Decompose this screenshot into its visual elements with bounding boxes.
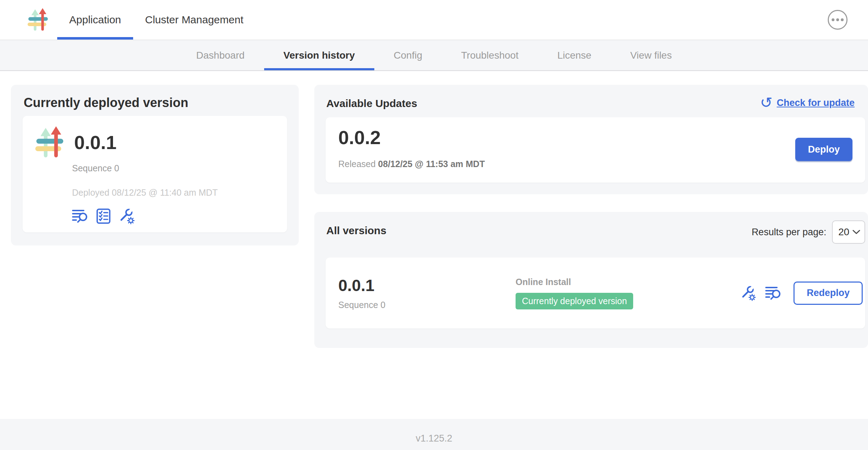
version-row: 0.0.1 Sequence 0 Online Install Currentl…: [326, 257, 865, 328]
all-versions-title: All versions: [326, 225, 386, 237]
app-logo-icon: [28, 7, 50, 32]
released-prefix: Released: [338, 159, 376, 169]
header-tabs: Application Cluster Management: [57, 0, 255, 40]
release-notes-icon[interactable]: [71, 208, 89, 224]
deploy-button[interactable]: Deploy: [795, 138, 852, 161]
deployed-version-number: 0.0.1: [74, 131, 117, 153]
footer: v1.125.2: [0, 419, 868, 450]
tab-license[interactable]: License: [538, 40, 611, 70]
app-logo-icon: [35, 125, 66, 160]
update-version-number: 0.0.2: [338, 126, 381, 148]
available-updates-title: Available Updates: [326, 97, 417, 109]
release-notes-icon[interactable]: [765, 285, 782, 301]
config-icon[interactable]: [740, 285, 756, 301]
update-released-timestamp: Released 08/12/25 @ 11:53 am MDT: [338, 159, 485, 169]
preflight-checks-icon[interactable]: [95, 208, 112, 224]
deployed-version-actions: [71, 208, 287, 225]
overflow-dot-icon: [841, 18, 844, 21]
console-version: v1.125.2: [416, 433, 452, 450]
currently-deployed-card: Currently deployed version 0.0.1 Sequenc…: [11, 85, 299, 245]
deployed-timestamp: Deployed 08/12/25 @ 11:40 am MDT: [72, 188, 287, 198]
tab-view-files[interactable]: View files: [611, 40, 691, 70]
overflow-dot-icon: [832, 18, 834, 21]
currently-deployed-title: Currently deployed version: [24, 95, 188, 110]
all-versions-card: All versions Results per page: 20 0.0.1 …: [314, 212, 868, 348]
header-spacer: [255, 0, 828, 40]
check-for-update-label: Check for update: [777, 97, 855, 108]
overflow-dot-icon: [836, 18, 839, 21]
row-sequence: Sequence 0: [338, 300, 444, 310]
top-header: Application Cluster Management: [0, 0, 868, 40]
tab-dashboard[interactable]: Dashboard: [177, 40, 264, 70]
update-row: 0.0.2 Released 08/12/25 @ 11:53 am MDT D…: [326, 117, 865, 183]
released-date: 08/12/25 @ 11:53 am MDT: [378, 159, 485, 169]
results-per-page-value: 20: [838, 226, 849, 238]
results-per-page: Results per page: 20: [751, 220, 865, 244]
tab-version-history[interactable]: Version history: [264, 40, 374, 70]
version-row-status: Online Install Currently deployed versio…: [516, 277, 633, 309]
version-row-actions: Redeploy: [740, 282, 863, 305]
install-type-label: Online Install: [516, 277, 633, 287]
results-per-page-select[interactable]: 20: [832, 220, 865, 244]
row-version-number: 0.0.1: [338, 276, 444, 295]
redeploy-button[interactable]: Redeploy: [793, 282, 863, 305]
results-per-page-label: Results per page:: [751, 227, 826, 238]
tab-cluster-management[interactable]: Cluster Management: [133, 0, 255, 40]
app-nav: Dashboard Version history Config Trouble…: [0, 40, 868, 71]
tab-troubleshoot[interactable]: Troubleshoot: [442, 40, 538, 70]
currently-deployed-version-panel: 0.0.1 Sequence 0 Deployed 08/12/25 @ 11:…: [23, 116, 287, 232]
app-root: Application Cluster Management Dashboard…: [0, 0, 868, 450]
overflow-menu-button[interactable]: [828, 10, 848, 30]
check-for-update-link[interactable]: ↺ Check for update: [760, 95, 855, 110]
tab-application[interactable]: Application: [57, 0, 133, 40]
version-row-info: 0.0.1 Sequence 0: [338, 276, 444, 310]
deployed-sequence: Sequence 0: [72, 163, 287, 173]
currently-deployed-badge: Currently deployed version: [516, 293, 633, 309]
tab-config[interactable]: Config: [374, 40, 442, 70]
config-icon[interactable]: [118, 208, 135, 225]
refresh-icon: ↺: [760, 95, 772, 110]
chevron-down-icon: [852, 230, 860, 235]
available-updates-card: Available Updates ↺ Check for update 0.0…: [314, 85, 868, 194]
